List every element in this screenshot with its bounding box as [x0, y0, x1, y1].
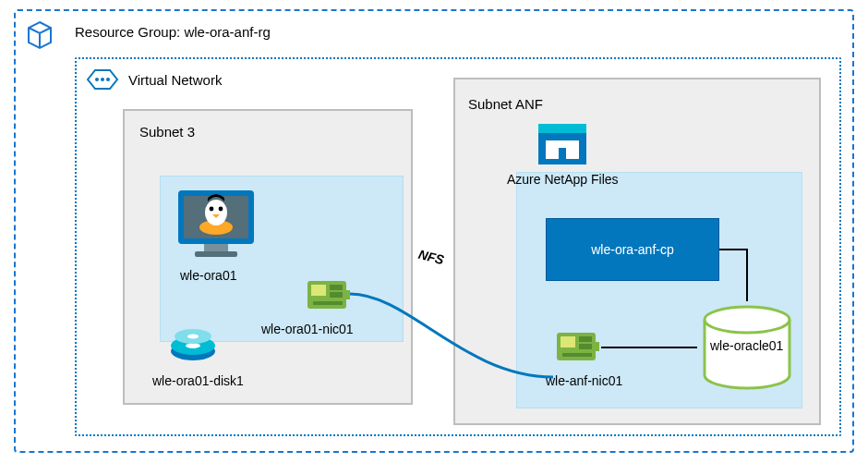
svg-point-10	[210, 207, 214, 212]
svg-rect-6	[204, 244, 228, 251]
subnet-3-title: Subnet 3	[139, 124, 195, 140]
capacity-pool-box: wle-ora-anf-cp	[546, 218, 719, 281]
svg-rect-31	[579, 344, 592, 349]
svg-rect-29	[561, 336, 575, 347]
resource-group-title: Resource Group: wle-ora-anf-rg	[75, 24, 271, 40]
nic-icon	[306, 277, 352, 320]
disk-label: wle-ora01-disk1	[152, 373, 244, 388]
resource-group-box: Resource Group: wle-ora-anf-rg Virtual N…	[14, 9, 854, 453]
anf-nic-icon	[555, 329, 601, 372]
disk-icon	[167, 323, 219, 370]
svg-rect-23	[538, 124, 586, 133]
svg-rect-33	[596, 342, 599, 351]
resource-group-icon	[25, 20, 54, 54]
svg-point-2	[101, 78, 104, 81]
svg-point-34	[705, 307, 790, 333]
nfs-label: NFS	[416, 247, 445, 267]
anf-nic-label: wle-anf-nic01	[546, 373, 622, 388]
svg-rect-13	[311, 285, 326, 296]
vm-label: wle-ora01	[180, 268, 236, 283]
svg-point-9	[205, 200, 227, 225]
svg-rect-32	[562, 353, 592, 357]
svg-point-3	[106, 78, 110, 81]
svg-rect-16	[313, 301, 343, 305]
svg-rect-7	[195, 251, 237, 257]
svg-rect-24	[538, 133, 586, 164]
capacity-pool-label: wle-ora-anf-cp	[591, 242, 673, 257]
linux-vm-icon	[176, 185, 256, 264]
svg-rect-17	[346, 290, 350, 299]
svg-point-11	[219, 207, 223, 212]
azure-netapp-files-icon	[533, 122, 592, 172]
subnet-anf-title: Subnet ANF	[468, 96, 543, 112]
database-volume-label: wle-oracle01	[710, 338, 783, 353]
subnet-anf-box: Subnet ANF Azure NetApp Files wle-ora-an…	[453, 78, 821, 425]
subnet-3-box: Subnet 3 wle-ora01	[123, 109, 413, 405]
svg-rect-14	[330, 285, 343, 290]
svg-rect-27	[559, 140, 566, 148]
svg-rect-25	[546, 140, 559, 159]
virtual-network-box: Virtual Network Subnet 3 wl	[75, 57, 841, 436]
nic-label: wle-ora01-nic01	[261, 322, 354, 336]
svg-rect-30	[579, 336, 592, 342]
svg-rect-26	[566, 140, 579, 159]
virtual-network-title: Virtual Network	[128, 72, 222, 88]
svg-point-1	[95, 78, 99, 81]
virtual-network-icon	[86, 67, 119, 96]
svg-point-22	[187, 335, 199, 339]
anf-service-label: Azure NetApp Files	[507, 172, 619, 187]
svg-rect-15	[330, 292, 343, 298]
